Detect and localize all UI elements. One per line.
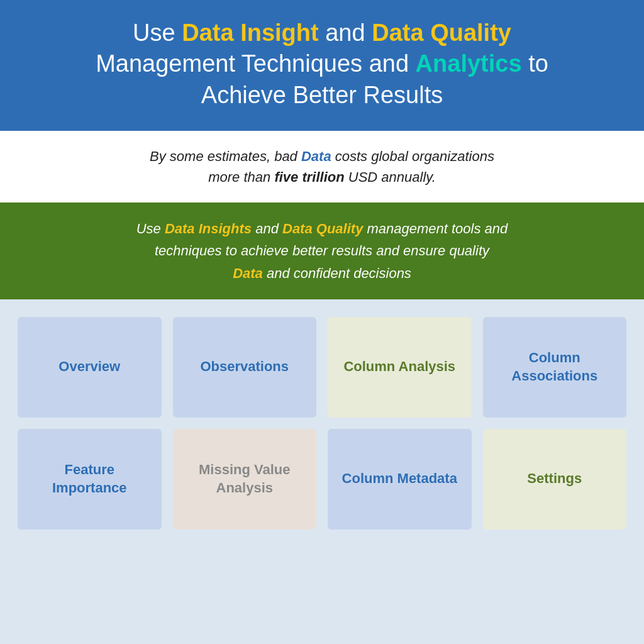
subtitle-section: By some estimates, bad Data costs global… [0,131,644,203]
header-line2: Management Techniques and Analytics to [96,50,548,77]
data-quality-green: Data Quality [282,221,363,236]
analytics-highlight: Analytics [416,50,522,77]
card-column-associations-label: Column Associations [496,349,614,385]
five-trillion: five trillion [274,169,344,185]
card-column-analysis[interactable]: Column Analysis [328,317,472,418]
data-insights-green: Data Insights [165,221,252,236]
card-column-associations[interactable]: Column Associations [483,317,627,418]
card-feature-importance-label: Feature Importance [30,461,149,497]
header-section: Use Data Insight and Data Quality Manage… [0,0,644,131]
green-banner: Use Data Insights and Data Quality manag… [0,203,644,299]
green-banner-text: Use Data Insights and Data Quality manag… [38,218,606,284]
card-feature-importance[interactable]: Feature Importance [18,429,162,530]
card-observations-label: Observations [200,358,289,376]
card-missing-value-analysis[interactable]: Missing Value Analysis [173,429,317,530]
data-word: Data [301,148,331,164]
header-line3: Achieve Better Results [201,82,443,108]
card-observations[interactable]: Observations [173,317,317,418]
data-word-green: Data [233,265,263,281]
card-column-metadata-label: Column Metadata [342,470,457,488]
card-overview[interactable]: Overview [18,317,162,418]
card-overview-label: Overview [58,358,120,376]
header-and1: and [325,19,372,46]
cards-row2: Feature Importance Missing Value Analysi… [18,429,626,530]
card-settings[interactable]: Settings [483,429,627,530]
data-quality-highlight: Data Quality [372,19,511,46]
header-line1: Use Data Insight and Data Quality [133,19,511,46]
card-settings-label: Settings [527,470,582,488]
card-column-metadata[interactable]: Column Metadata [328,429,472,530]
data-insight-highlight: Data Insight [182,19,318,46]
subtitle-text: By some estimates, bad Data costs global… [50,146,594,187]
cards-section: Overview Observations Column Analysis Co… [0,299,644,644]
card-column-analysis-label: Column Analysis [343,358,455,376]
header-title: Use Data Insight and Data Quality Manage… [38,18,606,111]
cards-row1: Overview Observations Column Analysis Co… [18,317,626,418]
card-missing-value-label: Missing Value Analysis [186,461,304,497]
